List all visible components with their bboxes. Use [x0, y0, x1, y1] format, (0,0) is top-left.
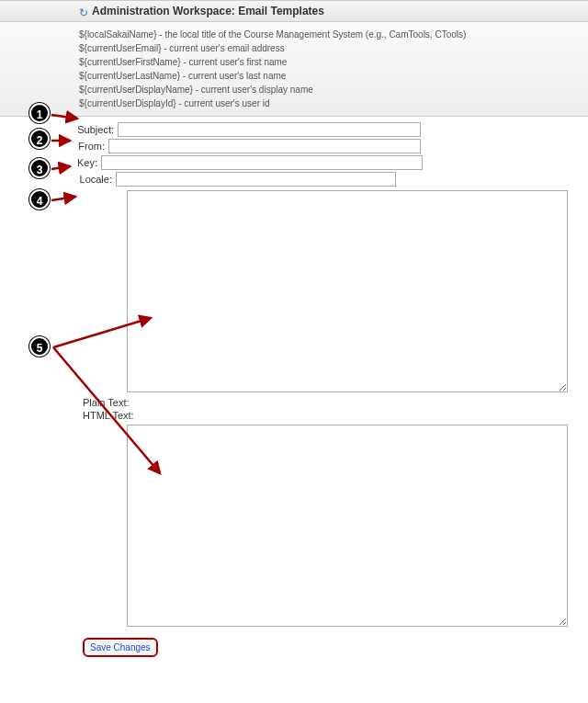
html-text-area[interactable] — [127, 425, 568, 627]
plain-text-area[interactable] — [127, 190, 568, 392]
info-line: ${currentUserDisplayName} - current user… — [79, 83, 581, 96]
subject-input[interactable] — [118, 122, 421, 137]
key-label: Key: — [70, 157, 101, 168]
html-text-label: HTML Text: — [83, 409, 588, 422]
key-row: Key: — [70, 155, 588, 170]
refresh-icon[interactable]: ↻ — [79, 6, 88, 19]
textarea-labels: Plain Text: HTML Text: — [83, 396, 588, 423]
info-line: ${localSakaiName} - the local title of t… — [79, 28, 581, 41]
plain-text-label: Plain Text: — [83, 396, 588, 409]
from-row: From: — [70, 139, 588, 153]
subject-row: Subject: — [70, 122, 588, 137]
save-button[interactable]: Save Changes — [83, 638, 158, 657]
info-line: ${currentUserEmail} - current user's ema… — [79, 41, 581, 55]
key-input[interactable] — [101, 155, 423, 170]
locale-row: Locale: — [70, 172, 588, 187]
plain-text-block — [127, 190, 588, 394]
callout-3: 3 — [29, 158, 50, 178]
callout-5: 5 — [29, 336, 50, 357]
from-input[interactable] — [108, 139, 421, 153]
info-box: ${localSakaiName} - the local title of t… — [0, 22, 588, 117]
from-label: From: — [70, 141, 108, 152]
callout-2: 2 — [29, 129, 50, 149]
locale-input[interactable] — [116, 172, 396, 187]
subject-label: Subject: — [70, 124, 118, 135]
callout-4: 4 — [29, 189, 50, 210]
info-line: ${currentUserDisplayId} - current user's… — [79, 96, 581, 110]
locale-label: Locale: — [70, 174, 116, 185]
info-line: ${currentUserLastName} - current user's … — [79, 69, 581, 83]
html-text-block — [127, 425, 588, 629]
callout-1: 1 — [29, 103, 50, 123]
info-line: ${currentUserFirstName} - current user's… — [79, 55, 581, 69]
page-header: ↻ Administration Workspace: Email Templa… — [0, 0, 588, 22]
page-title: Administration Workspace: Email Template… — [92, 5, 324, 17]
form-area: Subject: From: Key: Locale: Plain Text: … — [0, 117, 588, 629]
